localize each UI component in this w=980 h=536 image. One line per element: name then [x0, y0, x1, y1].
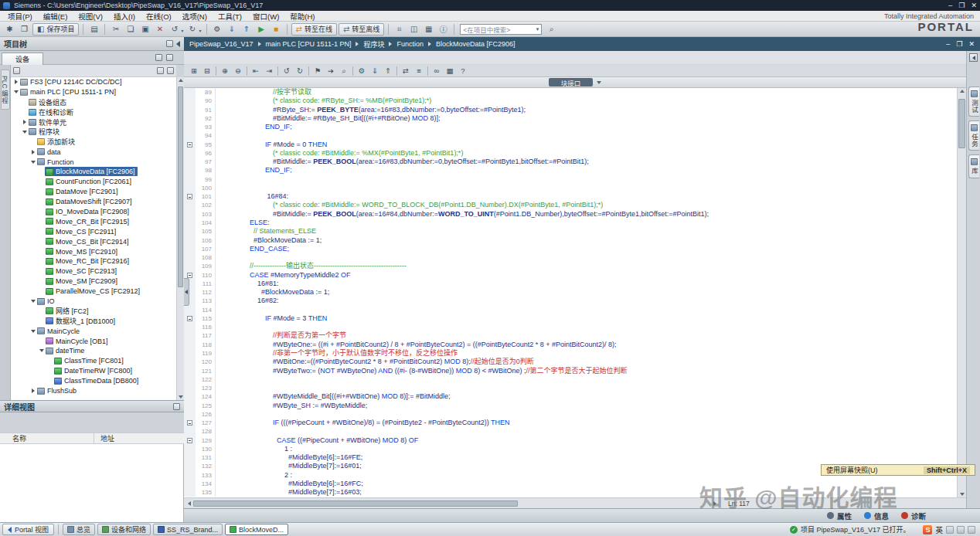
details-column-address[interactable]: 地址 [94, 433, 114, 443]
splitter-grip-icon[interactable] [597, 81, 601, 84]
ime-language-indicator[interactable]: 英 [935, 524, 943, 535]
tree-item[interactable]: Move_SM [FC2909] [11, 276, 176, 287]
call-structure-icon[interactable]: ≡ [413, 66, 425, 76]
close-icon[interactable]: ✕ [971, 2, 977, 9]
tree-item[interactable]: IO_MoveData [FC2908] [11, 207, 176, 217]
collapse-tree-icon[interactable] [176, 41, 180, 47]
tree-item[interactable]: DataMoveShift [FC2907] [11, 197, 176, 207]
tree-item[interactable]: 软件单元 [11, 117, 176, 127]
fold-toggle-icon[interactable] [184, 314, 196, 323]
tree-item[interactable]: CountFunction [FC2061] [11, 177, 176, 187]
undo-icon[interactable]: ↺ [168, 23, 181, 36]
open-project-icon[interactable]: ❐ [18, 23, 31, 36]
ime-pen-icon[interactable] [946, 526, 954, 534]
scroll-up-icon[interactable] [179, 79, 183, 82]
task-card-testing[interactable]: 测试 [968, 87, 979, 117]
search-project-input[interactable]: <在项目中搜索>▾ [460, 24, 542, 35]
task-card-libraries[interactable]: 库 [968, 154, 979, 178]
project-info-icon[interactable]: ⓘ [437, 23, 450, 36]
scroll-down-icon[interactable] [960, 493, 965, 496]
copy-icon[interactable]: ❏ [124, 23, 137, 36]
expand-all-icon[interactable]: ⊞ [188, 66, 200, 76]
collapse-icon[interactable] [29, 330, 36, 333]
dropdown-icon[interactable]: ▾ [199, 28, 201, 33]
tree-item[interactable]: Move_SC [FC2913] [11, 266, 176, 276]
ime-settings-icon[interactable] [968, 526, 975, 534]
tree-item[interactable]: IO [11, 297, 176, 307]
tree-item[interactable]: DataMove [FC2901] [11, 187, 176, 197]
new-project-icon[interactable]: ✱ [3, 23, 16, 36]
scroll-down-icon[interactable] [179, 395, 183, 399]
expand-icon[interactable] [12, 80, 19, 84]
menu-item[interactable]: 帮助(H) [284, 11, 320, 22]
tree-list-view-icon[interactable] [13, 67, 20, 74]
breadcrumb-item[interactable]: main PLC [CPU 1511-1 PN] [266, 40, 352, 48]
tree-item[interactable]: main PLC [CPU 1511-1 PN] [11, 87, 176, 97]
cross-references-icon[interactable]: ▦ [422, 23, 435, 36]
compile-icon[interactable]: ⚙ [211, 23, 224, 36]
tree-item[interactable]: FlushSub [11, 386, 176, 396]
outdent-icon[interactable]: ⇤ [250, 66, 262, 76]
code-horizontal-scrollbar[interactable] [185, 499, 719, 507]
editor-minimize-icon[interactable]: – [946, 40, 950, 48]
tree-splitter-handle[interactable] [184, 278, 189, 306]
h-scroll-thumb[interactable] [193, 500, 518, 507]
tree-view-icon[interactable] [166, 54, 173, 61]
editor-bar-tab[interactable]: SS_RS_Brand... [153, 524, 223, 535]
details-view-header[interactable]: 详细视图 [0, 400, 184, 412]
tree-item[interactable]: Move_CR_Bit [FC2915] [11, 216, 176, 226]
menu-item[interactable]: 项目(P) [2, 11, 38, 22]
collapse-icon[interactable] [12, 90, 19, 93]
scl-code-editor[interactable]: 89 //按字节读取90 (* classic code: #RByte_SH:… [184, 88, 957, 497]
update-call-icon[interactable]: ⇄ [400, 66, 412, 76]
bookmark-icon[interactable]: ⚑ [311, 66, 324, 76]
go-online-button[interactable]: ⇄转至在线 [291, 23, 337, 36]
menu-item[interactable]: 视图(V) [73, 11, 108, 22]
tree-item[interactable]: Function [11, 157, 176, 167]
start-simulation-icon[interactable]: ◫ [407, 23, 420, 36]
paste-icon[interactable]: ▣ [138, 23, 151, 36]
menu-item[interactable]: 插入(I) [108, 11, 141, 22]
scroll-left-icon[interactable] [188, 501, 191, 506]
download-icon[interactable]: ⇓ [369, 66, 381, 76]
download-to-device-icon[interactable]: ⇓ [226, 23, 239, 36]
expand-task-cards-button[interactable] [969, 53, 978, 62]
fold-toggle-icon[interactable] [184, 141, 196, 149]
upload-icon[interactable]: ⇑ [382, 66, 394, 76]
snapshot-icon[interactable]: ▦ [444, 66, 456, 76]
tree-item[interactable]: 程序块 [11, 127, 176, 137]
pin-panel-icon[interactable] [166, 40, 173, 47]
find-icon[interactable]: ⌕ [338, 66, 350, 76]
details-collapse-icon[interactable] [173, 403, 180, 410]
cut-icon[interactable]: ✂ [109, 23, 122, 36]
accessible-devices-icon[interactable]: ⌗ [393, 23, 406, 36]
compile-icon[interactable]: ⚙ [356, 66, 368, 76]
delete-icon[interactable]: ✕ [153, 23, 166, 36]
portal-view-button[interactable]: Portal 视图 [2, 524, 54, 535]
expand-icon[interactable] [21, 120, 28, 124]
redo-icon[interactable]: ↻ [294, 66, 306, 76]
menu-item[interactable]: 窗口(W) [247, 11, 284, 22]
dropdown-icon[interactable]: ▾ [181, 28, 183, 33]
menu-item[interactable]: 工具(T) [213, 11, 247, 22]
code-vertical-scrollbar[interactable] [957, 88, 966, 497]
tree-item[interactable]: FS3 [CPU 1214C DC/DC/DC] [11, 77, 176, 87]
go-offline-button[interactable]: ⇄转至离线 [339, 23, 384, 36]
tree-item[interactable]: 在线和诊断 [11, 107, 176, 117]
ime-keyboard-icon[interactable] [957, 526, 965, 534]
indent-icon[interactable]: ⇥ [263, 66, 275, 76]
monitor-glasses-icon[interactable]: ∞ [430, 66, 443, 76]
details-column-name[interactable]: 名称 [0, 433, 94, 443]
minimize-icon[interactable]: – [948, 2, 952, 9]
start-cpu-icon[interactable]: ▶ [255, 23, 268, 36]
tree-item[interactable]: 数据块_1 [DB1000] [11, 316, 176, 326]
menu-item[interactable]: 选项(N) [177, 11, 213, 22]
fold-toggle-icon[interactable] [184, 419, 196, 427]
task-card-tasks[interactable]: 任务 [968, 120, 979, 151]
help-icon[interactable]: ? [457, 66, 469, 76]
tree-scrollbar[interactable] [176, 77, 184, 400]
collapse-icon[interactable] [38, 349, 45, 352]
tree-filter-icon[interactable] [157, 67, 164, 74]
redo-icon[interactable]: ↻ [185, 23, 199, 36]
tree-item[interactable]: 网络 [FC2] [11, 306, 176, 316]
